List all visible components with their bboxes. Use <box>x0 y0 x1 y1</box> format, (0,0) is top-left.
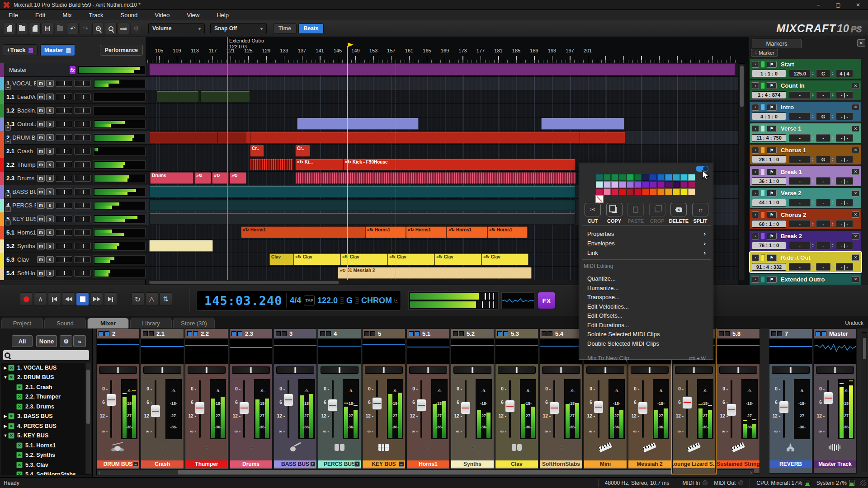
fader-handle[interactable] <box>638 402 648 414</box>
tree-expand-icon[interactable]: ▶ <box>3 424 8 428</box>
mixer-strip-5.1[interactable]: 5.10 -6 -12 -∞ --9--18--27--36-Horns1 <box>406 328 450 474</box>
strip-automation-lane[interactable] <box>495 339 538 364</box>
solo-button[interactable]: s <box>46 148 54 155</box>
volume-knob[interactable] <box>56 256 72 263</box>
tree-expand-icon[interactable]: ▼ <box>3 375 8 380</box>
strip-automation-lane[interactable] <box>274 339 316 364</box>
flag-icon[interactable]: ⚑ <box>767 61 777 68</box>
track-row-5.1[interactable]: 5.1Horns1ms <box>0 226 146 239</box>
solo-button[interactable]: s <box>46 229 54 236</box>
pan-knob[interactable] <box>74 107 91 114</box>
tree-item[interactable]: ✕2.3. Drums <box>1 402 85 412</box>
tree-item[interactable]: ✕2.2. Thumper <box>1 392 85 402</box>
solo-button[interactable]: s <box>46 134 54 141</box>
strip-active-icon[interactable] <box>276 331 281 336</box>
fader-handle[interactable] <box>106 394 116 406</box>
color-swatch[interactable] <box>642 174 649 181</box>
strip-nameplate[interactable]: Sustained String <box>717 460 760 468</box>
timeline-ruler[interactable]: Extended Outro 122.0 G 10510911311712112… <box>146 37 748 63</box>
color-swatch[interactable] <box>604 174 611 181</box>
marker-position[interactable]: 44 : 1 : 0 <box>752 199 786 206</box>
undock-button[interactable]: Undock <box>845 318 863 328</box>
close-icon[interactable]: ✕ <box>852 126 859 132</box>
pan-control[interactable] <box>495 364 538 376</box>
volume-knob[interactable] <box>56 80 72 87</box>
marker-key[interactable]: - <box>816 242 830 249</box>
strip-active-icon[interactable] <box>143 331 148 336</box>
tree-item[interactable]: ✕5.1. Horns1 <box>1 441 85 450</box>
mixer-strip-5[interactable]: 50 -6 -12 -∞ --9--18--27--36-KEY BUS– <box>362 328 406 474</box>
marker-card[interactable]: ›⚑Break 1✕36 : 1 : 0-▴▾-▴▾- | - <box>750 166 861 186</box>
strip-collapse-button[interactable]: – <box>133 461 138 467</box>
strip-collapse-button[interactable]: – <box>399 461 404 467</box>
marker-key[interactable]: - <box>816 134 830 142</box>
pan-control[interactable] <box>97 364 139 376</box>
marker-card[interactable]: ›⚑Count In✕1 : 4 : 874-▴▾-▴▾- | - <box>750 80 861 100</box>
strip-nameplate[interactable]: PERCS BUS+ <box>318 460 361 468</box>
volume-fader[interactable] <box>686 380 688 438</box>
mute-button[interactable]: m <box>37 107 45 114</box>
strip-automation-lane[interactable] <box>769 339 812 364</box>
mixer-strip-5.8[interactable]: 5.80 -6 -12 -∞ --9--18--27--36-Sustained… <box>717 328 760 474</box>
close-icon[interactable]: ✕ <box>852 254 859 261</box>
strip-active-icon[interactable] <box>547 331 552 336</box>
menu-item-edit-offsets-[interactable]: Edit Offsets... <box>579 311 714 320</box>
audio-clip[interactable] <box>149 131 625 143</box>
tab-library[interactable]: Library <box>130 318 172 328</box>
metronome-button[interactable]: △ <box>145 292 158 306</box>
audio-clip[interactable]: »↻ Horns1 <box>447 226 487 238</box>
fader-handle[interactable] <box>823 392 833 404</box>
audio-clip[interactable]: »↻ Horns1 <box>365 226 406 238</box>
marker-card[interactable]: ›⚑Break 2✕76 : 1 : 0-▴▾-▴▾- | - <box>750 231 861 251</box>
marker-position[interactable]: 28 : 1 : 0 <box>752 155 786 163</box>
fast-forward-button[interactable] <box>90 292 103 306</box>
mute-button[interactable]: m <box>37 134 45 141</box>
tab-store-30-[interactable]: Store (30) <box>173 318 215 328</box>
mixer-strip-3[interactable]: 30 -6 -12 -∞ --9--18--27--36-BASS BUS+ <box>274 328 317 474</box>
spinner-icon[interactable]: ▴▾ <box>811 91 815 99</box>
checkbox-icon[interactable]: ✕ <box>16 452 23 458</box>
menu-item-double-selected-midi-clips[interactable]: Double Selected MIDI Clips <box>579 339 714 348</box>
volume-knob[interactable] <box>56 188 72 195</box>
pan-knob[interactable] <box>74 270 91 277</box>
strip-active-icon[interactable] <box>816 331 821 336</box>
pan-control[interactable] <box>274 364 316 376</box>
color-swatch[interactable] <box>596 188 603 195</box>
strip-nameplate[interactable]: Messiah 2 <box>628 460 671 468</box>
checkbox-icon[interactable]: ✕ <box>8 374 14 380</box>
strip-active-icon[interactable] <box>237 331 242 336</box>
solo-button[interactable]: s <box>46 188 54 195</box>
tap-tempo-button[interactable]: TAP <box>304 296 315 305</box>
strip-automation-lane[interactable] <box>318 339 361 364</box>
pan-control[interactable] <box>141 364 184 376</box>
track-row-2.3[interactable]: 2.3Drumsms <box>0 172 146 185</box>
mute-button[interactable]: m <box>37 161 45 168</box>
strip-active-icon[interactable] <box>187 331 192 336</box>
marker-expand-button[interactable]: › <box>752 82 759 89</box>
marker-expand-button[interactable]: › <box>752 169 759 175</box>
strip-active-icon[interactable] <box>503 331 508 336</box>
pan-control[interactable] <box>769 364 812 376</box>
strip-automation-lane[interactable] <box>717 339 760 364</box>
flag-icon[interactable]: ⚑ <box>767 233 777 239</box>
marker-key[interactable]: - <box>816 177 830 185</box>
audio-clip[interactable] <box>541 118 624 130</box>
marker-tempo[interactable]: - <box>789 134 811 142</box>
marker-tempo[interactable]: - <box>789 177 811 185</box>
checkbox-icon[interactable]: ✕ <box>16 404 23 410</box>
audio-clip[interactable] <box>149 186 576 197</box>
tab-project[interactable]: Project <box>1 318 43 328</box>
open-project-button[interactable] <box>16 23 28 34</box>
spinner-icon[interactable]: ▴▾ <box>830 199 835 206</box>
menu-item-envelopes[interactable]: Envelopes› <box>579 239 714 248</box>
audio-clip[interactable] <box>250 159 293 170</box>
color-swatch[interactable] <box>680 174 688 181</box>
menu-sound[interactable]: Sound <box>112 10 146 20</box>
flag-icon[interactable]: ⚑ <box>767 211 777 218</box>
pan-knob[interactable] <box>74 202 91 209</box>
audio-clip[interactable]: »↻ <box>230 172 246 184</box>
tree-item[interactable]: ▶✕4. PERCS BUS <box>1 421 85 431</box>
marker-expand-button[interactable]: › <box>752 233 759 239</box>
pan-control[interactable] <box>318 364 361 376</box>
rewind-button[interactable] <box>62 292 75 306</box>
